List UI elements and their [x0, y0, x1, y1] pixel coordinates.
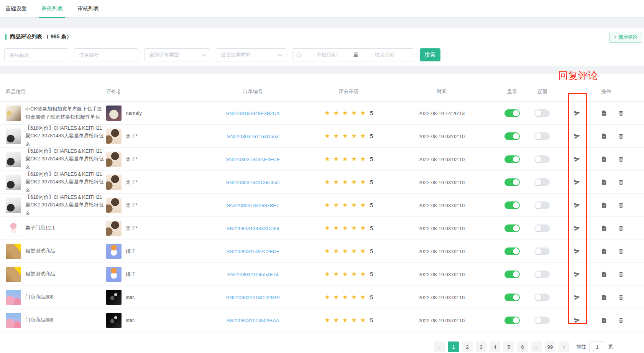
page-button-99[interactable]: 99 [545, 341, 555, 352]
show-toggle[interactable] [504, 224, 520, 232]
product-title-input[interactable] [4, 48, 68, 61]
product-thumbnail [6, 221, 21, 236]
tab-basic-settings[interactable]: 基础设置 [5, 0, 27, 18]
tab-review-list[interactable]: 评价列表 [41, 0, 63, 18]
pin-top-toggle[interactable] [534, 317, 550, 324]
trash-icon[interactable] [618, 156, 624, 162]
order-number-link[interactable]: SN2208190948E3B2CA [226, 111, 279, 116]
trash-icon[interactable] [618, 179, 624, 185]
table-row: 【618同价】CHARLES＆KEITH21夏CK2-30781483大容量单肩… [0, 171, 644, 194]
chevron-down-icon [202, 52, 206, 58]
show-toggle[interactable] [504, 109, 520, 117]
file-add-icon[interactable] [601, 248, 607, 254]
pagination-ellipsis[interactable]: ... [531, 341, 542, 352]
page-button-3[interactable]: 3 [476, 341, 486, 352]
show-toggle[interactable] [504, 132, 520, 140]
pagination-prev-button[interactable]: ‹ [434, 341, 445, 352]
tab-bar: 基础设置 评价列表 审核列表 [0, 0, 644, 18]
pagination-next-button[interactable]: › [559, 341, 569, 352]
trash-icon[interactable] [618, 271, 624, 277]
show-toggle[interactable] [504, 317, 520, 324]
order-number-link[interactable]: SN2208031018CD2B19 [226, 295, 280, 300]
table-header-row: 商品信息 评价者 订单编号 评分等级 时间 显示 置顶 操作 [0, 82, 644, 102]
file-add-icon[interactable] [601, 179, 607, 185]
show-toggle[interactable] [504, 178, 520, 186]
rating-value: 5 [370, 317, 373, 323]
order-number-input[interactable] [74, 48, 138, 61]
pin-top-toggle[interactable] [534, 247, 550, 255]
reply-send-icon[interactable] [574, 179, 580, 185]
reviewer-cell: star. [106, 313, 194, 328]
order-number-link[interactable]: SN2208031344AE4FCF [226, 157, 279, 162]
pin-top-toggle[interactable] [534, 109, 550, 117]
reply-send-icon[interactable] [574, 156, 580, 162]
file-add-icon[interactable] [601, 156, 607, 162]
file-add-icon[interactable] [601, 110, 607, 116]
show-toggle[interactable] [504, 247, 520, 255]
pin-top-toggle[interactable] [534, 201, 550, 209]
product-title: 【618同价】CHARLES＆KEITH21夏CK2-30781483大容量单肩… [25, 193, 104, 216]
trash-icon[interactable] [618, 248, 624, 254]
pin-top-toggle[interactable] [534, 132, 550, 140]
file-add-icon[interactable] [601, 133, 607, 139]
pin-top-toggle[interactable] [534, 271, 550, 278]
goto-page-input[interactable] [589, 341, 605, 352]
star-rating-icons: ★★★★★ [324, 293, 369, 301]
trash-icon[interactable] [618, 133, 624, 139]
review-time: 2022-08-19 03:02:10 [419, 272, 465, 277]
reply-send-icon[interactable] [574, 317, 580, 323]
reply-send-icon[interactable] [574, 271, 580, 277]
goto-unit-label: 页 [608, 343, 613, 350]
tab-audit-list[interactable]: 审核列表 [77, 0, 99, 18]
file-add-icon[interactable] [601, 317, 607, 323]
show-toggle[interactable] [504, 201, 520, 209]
actions-cell [597, 248, 644, 254]
page-button-6[interactable]: 6 [517, 341, 528, 352]
trash-icon[interactable] [618, 110, 624, 116]
pin-top-toggle[interactable] [534, 294, 550, 301]
order-number-link[interactable]: SN220803133333CC66 [226, 226, 279, 231]
trash-icon[interactable] [618, 202, 624, 208]
rating-cell: ★★★★★ 5 [311, 224, 386, 232]
pin-top-toggle[interactable] [534, 155, 550, 163]
pin-top-toggle[interactable] [534, 178, 550, 186]
actions-cell [597, 225, 644, 231]
reply-send-icon[interactable] [574, 202, 580, 208]
show-toggle[interactable] [504, 155, 520, 163]
page-button-5[interactable]: 5 [503, 341, 514, 352]
show-toggle[interactable] [504, 294, 520, 301]
time-search-select[interactable]: 是否搜索时间 [216, 48, 286, 61]
trash-icon[interactable] [618, 294, 624, 300]
reply-send-icon[interactable] [574, 133, 580, 139]
rating-cell: ★★★★★ 5 [311, 293, 386, 301]
pin-top-toggle[interactable] [534, 224, 550, 232]
trash-icon[interactable] [618, 317, 624, 323]
order-number-link[interactable]: SN2208031343C6C45C [226, 180, 279, 185]
actions-cell [597, 271, 644, 277]
reply-send-icon[interactable] [574, 248, 580, 254]
order-number-link[interactable]: SN22080311492C2FCF [226, 249, 279, 254]
page-button-4[interactable]: 4 [490, 341, 500, 352]
file-add-icon[interactable] [601, 271, 607, 277]
trash-icon[interactable] [618, 225, 624, 231]
order-number-link[interactable]: SN2208031013503BAA [226, 318, 279, 323]
review-type-select[interactable]: 全部评价类型 [144, 48, 210, 61]
file-add-icon[interactable] [601, 294, 607, 300]
order-number-link[interactable]: SN2208031342687BF7 [227, 203, 279, 208]
product-thumbnail [6, 106, 21, 121]
search-button[interactable]: 搜索 [420, 48, 440, 61]
page-button-1[interactable]: 1 [448, 341, 459, 352]
date-range-picker[interactable]: 开始日期 至 结束日期 [292, 48, 414, 61]
actions-cell [597, 110, 644, 116]
reply-send-icon[interactable] [574, 110, 580, 116]
star-rating-icons: ★★★★★ [324, 316, 369, 324]
add-review-button[interactable]: + 新增评论 [609, 32, 642, 43]
page-button-2[interactable]: 2 [462, 341, 473, 352]
reply-send-icon[interactable] [574, 225, 580, 231]
order-number-link[interactable]: SN220803161163D553 [227, 134, 279, 139]
reply-send-icon[interactable] [574, 294, 580, 300]
order-number-link[interactable]: SN2208031124554E74 [227, 272, 278, 277]
file-add-icon[interactable] [601, 202, 607, 208]
show-toggle[interactable] [504, 271, 520, 278]
file-add-icon[interactable] [601, 225, 607, 231]
